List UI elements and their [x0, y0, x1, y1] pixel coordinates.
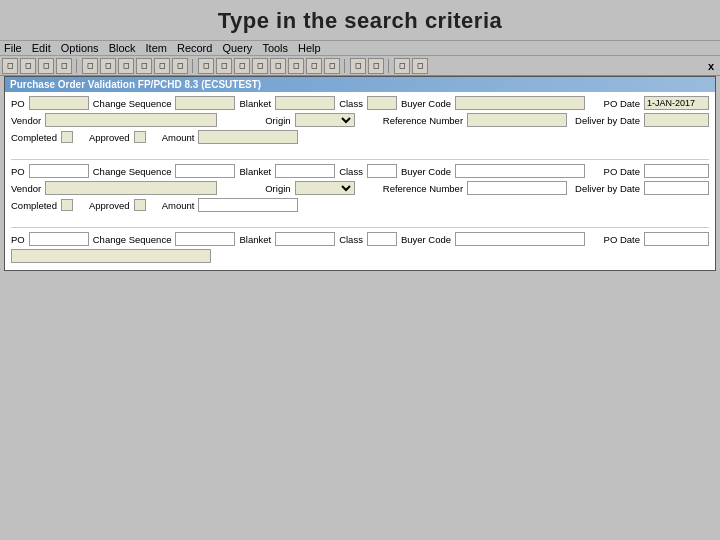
b2-po-date-input[interactable]: [644, 164, 709, 178]
completed-checkbox[interactable]: [61, 131, 73, 143]
b2-buyer-code-label: Buyer Code: [401, 166, 451, 177]
block3-row1: PO Change Sequence Blanket Class Buyer C…: [11, 232, 709, 246]
block3-row2: [11, 249, 709, 263]
app-titlebar: Purchase Order Validation FP/PCHD 8.3 (E…: [5, 77, 715, 92]
toolbar-btn-21[interactable]: ◻: [394, 58, 410, 74]
b2-class-input[interactable]: [367, 164, 397, 178]
b3-class-label: Class: [339, 234, 363, 245]
block1-row3: Completed Approved Amount: [11, 130, 709, 144]
menu-options[interactable]: Options: [61, 42, 99, 54]
close-button[interactable]: x: [704, 60, 718, 72]
toolbar-sep-2: [192, 59, 194, 73]
b2-po-label: PO: [11, 166, 25, 177]
toolbar-btn-16[interactable]: ◻: [288, 58, 304, 74]
toolbar-btn-13[interactable]: ◻: [234, 58, 250, 74]
menu-block[interactable]: Block: [109, 42, 136, 54]
b3-po-input[interactable]: [29, 232, 89, 246]
toolbar-btn-20[interactable]: ◻: [368, 58, 384, 74]
b3-vendor-input[interactable]: [11, 249, 211, 263]
b2-vendor-label: Vendor: [11, 183, 41, 194]
toolbar-btn-11[interactable]: ◻: [198, 58, 214, 74]
vendor-label: Vendor: [11, 115, 41, 126]
buyer-code-input[interactable]: [455, 96, 585, 110]
origin-label: Origin: [265, 115, 290, 126]
b2-deliver-by-label: Deliver by Date: [575, 183, 640, 194]
toolbar-btn-2[interactable]: ◻: [20, 58, 36, 74]
approved-checkbox[interactable]: [134, 131, 146, 143]
block2-row2: Vendor Origin Reference Number Deliver b…: [11, 181, 709, 195]
toolbar-btn-6[interactable]: ◻: [100, 58, 116, 74]
b2-deliver-by-input[interactable]: [644, 181, 709, 195]
form-area: PO Change Sequence Blanket Class Buyer C…: [5, 92, 715, 270]
approved-label: Approved: [89, 132, 130, 143]
toolbar-sep-4: [388, 59, 390, 73]
blanket-label: Blanket: [239, 98, 271, 109]
toolbar-btn-9[interactable]: ◻: [154, 58, 170, 74]
b3-buyer-code-input[interactable]: [455, 232, 585, 246]
b2-origin-select[interactable]: [295, 181, 355, 195]
b3-class-input[interactable]: [367, 232, 397, 246]
toolbar-btn-22[interactable]: ◻: [412, 58, 428, 74]
toolbar-btn-15[interactable]: ◻: [270, 58, 286, 74]
b2-approved-checkbox[interactable]: [134, 199, 146, 211]
toolbar-btn-3[interactable]: ◻: [38, 58, 54, 74]
vendor-input[interactable]: [45, 113, 217, 127]
toolbar-btn-14[interactable]: ◻: [252, 58, 268, 74]
block-divider-1: [11, 159, 709, 160]
b2-change-seq-input[interactable]: [175, 164, 235, 178]
app-window: Purchase Order Validation FP/PCHD 8.3 (E…: [4, 76, 716, 271]
class-label: Class: [339, 98, 363, 109]
b3-blanket-input[interactable]: [275, 232, 335, 246]
b3-po-date-input[interactable]: [644, 232, 709, 246]
b3-change-seq-input[interactable]: [175, 232, 235, 246]
b2-origin-label: Origin: [265, 183, 290, 194]
toolbar-btn-18[interactable]: ◻: [324, 58, 340, 74]
change-seq-input[interactable]: [175, 96, 235, 110]
menu-edit[interactable]: Edit: [32, 42, 51, 54]
b2-change-seq-label: Change Sequence: [93, 166, 172, 177]
po-date-label: PO Date: [604, 98, 640, 109]
toolbar-btn-8[interactable]: ◻: [136, 58, 152, 74]
toolbar-btn-17[interactable]: ◻: [306, 58, 322, 74]
toolbar-btn-12[interactable]: ◻: [216, 58, 232, 74]
menu-file[interactable]: File: [4, 42, 22, 54]
b2-blanket-input[interactable]: [275, 164, 335, 178]
toolbar-btn-5[interactable]: ◻: [82, 58, 98, 74]
po-input[interactable]: [29, 96, 89, 110]
menu-help[interactable]: Help: [298, 42, 321, 54]
b2-vendor-input[interactable]: [45, 181, 217, 195]
toolbar-btn-1[interactable]: ◻: [2, 58, 18, 74]
menu-tools[interactable]: Tools: [262, 42, 288, 54]
blanket-input[interactable]: [275, 96, 335, 110]
b3-blanket-label: Blanket: [239, 234, 271, 245]
origin-select[interactable]: [295, 113, 355, 127]
b3-change-seq-label: Change Sequence: [93, 234, 172, 245]
b2-ref-num-label: Reference Number: [383, 183, 463, 194]
class-input[interactable]: [367, 96, 397, 110]
completed-label: Completed: [11, 132, 57, 143]
toolbar-btn-4[interactable]: ◻: [56, 58, 72, 74]
amount-label: Amount: [162, 132, 195, 143]
b3-buyer-code-label: Buyer Code: [401, 234, 451, 245]
block1-row1: PO Change Sequence Blanket Class Buyer C…: [11, 96, 709, 110]
deliver-by-input[interactable]: [644, 113, 709, 127]
amount-input[interactable]: [198, 130, 298, 144]
menu-item[interactable]: Item: [146, 42, 167, 54]
b2-ref-num-input[interactable]: [467, 181, 567, 195]
toolbar-btn-10[interactable]: ◻: [172, 58, 188, 74]
buyer-code-label: Buyer Code: [401, 98, 451, 109]
b2-buyer-code-input[interactable]: [455, 164, 585, 178]
deliver-by-label: Deliver by Date: [575, 115, 640, 126]
b2-po-input[interactable]: [29, 164, 89, 178]
block-divider-2: [11, 227, 709, 228]
toolbar-btn-7[interactable]: ◻: [118, 58, 134, 74]
toolbar-btn-19[interactable]: ◻: [350, 58, 366, 74]
ref-num-input[interactable]: [467, 113, 567, 127]
toolbar-sep-1: [76, 59, 78, 73]
menu-query[interactable]: Query: [222, 42, 252, 54]
b2-completed-checkbox[interactable]: [61, 199, 73, 211]
b2-amount-input[interactable]: [198, 198, 298, 212]
po-date-input[interactable]: [644, 96, 709, 110]
menu-record[interactable]: Record: [177, 42, 212, 54]
block2-row3: Completed Approved Amount: [11, 198, 709, 212]
